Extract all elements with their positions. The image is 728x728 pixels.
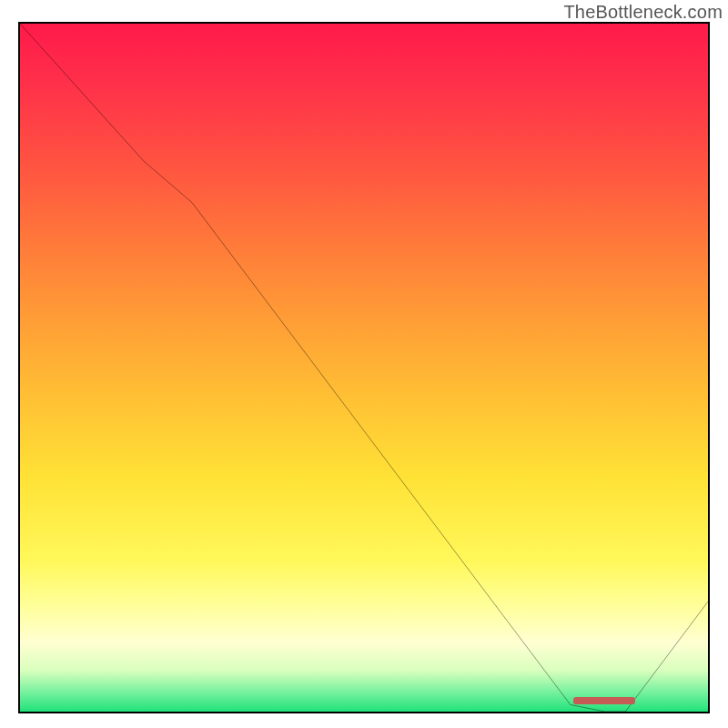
optimal-range-marker xyxy=(573,697,635,704)
plot-area xyxy=(18,22,710,713)
chart-container: TheBottleneck.com xyxy=(0,0,728,728)
watermark-label: TheBottleneck.com xyxy=(563,2,723,23)
bottleneck-curve xyxy=(20,24,708,712)
